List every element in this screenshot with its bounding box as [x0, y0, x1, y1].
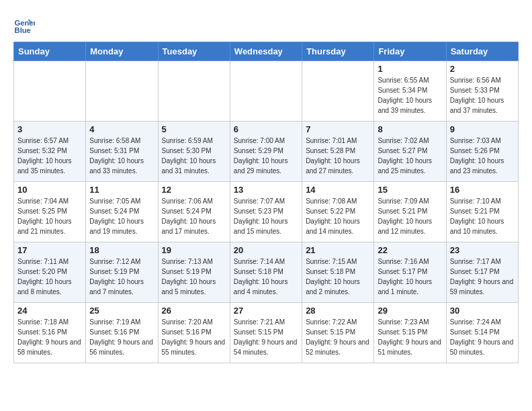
day-number: 17: [17, 245, 82, 255]
day-info: Sunrise: 7:02 AM Sunset: 5:27 PM Dayligh…: [378, 136, 442, 176]
calendar-cell: 20Sunrise: 7:14 AM Sunset: 5:18 PM Dayli…: [230, 242, 302, 303]
day-number: 29: [378, 306, 442, 316]
logo: General Blue: [13, 13, 38, 35]
weekday-header-tuesday: Tuesday: [158, 42, 230, 61]
day-number: 4: [89, 124, 154, 134]
day-number: 10: [17, 185, 82, 195]
calendar-cell: 6Sunrise: 7:00 AM Sunset: 5:29 PM Daylig…: [230, 122, 302, 182]
calendar-cell: 10Sunrise: 7:04 AM Sunset: 5:25 PM Dayli…: [14, 182, 86, 242]
day-info: Sunrise: 7:23 AM Sunset: 5:15 PM Dayligh…: [378, 317, 442, 357]
day-info: Sunrise: 7:13 AM Sunset: 5:19 PM Dayligh…: [162, 257, 226, 297]
day-info: Sunrise: 7:05 AM Sunset: 5:24 PM Dayligh…: [89, 196, 154, 236]
day-number: 2: [450, 64, 515, 74]
day-info: Sunrise: 6:55 AM Sunset: 5:34 PM Dayligh…: [378, 75, 442, 116]
day-info: Sunrise: 6:59 AM Sunset: 5:30 PM Dayligh…: [162, 136, 226, 176]
day-number: 5: [162, 124, 226, 134]
calendar-cell: 11Sunrise: 7:05 AM Sunset: 5:24 PM Dayli…: [86, 182, 158, 242]
calendar-cell: 3Sunrise: 6:57 AM Sunset: 5:32 PM Daylig…: [14, 122, 86, 182]
calendar-cell: 29Sunrise: 7:23 AM Sunset: 5:15 PM Dayli…: [374, 303, 446, 363]
header: General Blue: [13, 13, 519, 35]
calendar-cell: 15Sunrise: 7:09 AM Sunset: 5:21 PM Dayli…: [374, 182, 446, 242]
day-number: 26: [162, 306, 226, 316]
week-row-3: 10Sunrise: 7:04 AM Sunset: 5:25 PM Dayli…: [14, 182, 519, 242]
calendar-cell: 2Sunrise: 6:56 AM Sunset: 5:33 PM Daylig…: [446, 61, 518, 122]
calendar-cell: 17Sunrise: 7:11 AM Sunset: 5:20 PM Dayli…: [14, 242, 86, 303]
day-number: 27: [234, 306, 298, 316]
day-info: Sunrise: 7:17 AM Sunset: 5:17 PM Dayligh…: [450, 257, 515, 297]
calendar-cell: 12Sunrise: 7:06 AM Sunset: 5:24 PM Dayli…: [158, 182, 230, 242]
day-number: 13: [234, 185, 298, 195]
day-info: Sunrise: 7:07 AM Sunset: 5:23 PM Dayligh…: [234, 196, 298, 236]
calendar-cell: 9Sunrise: 7:03 AM Sunset: 5:26 PM Daylig…: [446, 122, 518, 182]
weekday-header-saturday: Saturday: [446, 42, 518, 61]
calendar-cell: 13Sunrise: 7:07 AM Sunset: 5:23 PM Dayli…: [230, 182, 302, 242]
weekday-header-friday: Friday: [374, 42, 446, 61]
day-info: Sunrise: 7:08 AM Sunset: 5:22 PM Dayligh…: [306, 196, 370, 236]
day-info: Sunrise: 7:10 AM Sunset: 5:21 PM Dayligh…: [450, 196, 515, 236]
day-info: Sunrise: 7:21 AM Sunset: 5:15 PM Dayligh…: [234, 317, 298, 357]
day-number: 30: [450, 306, 515, 316]
day-number: 23: [450, 245, 515, 255]
calendar-table: SundayMondayTuesdayWednesdayThursdayFrid…: [13, 42, 519, 363]
day-number: 9: [450, 124, 515, 134]
day-info: Sunrise: 7:09 AM Sunset: 5:21 PM Dayligh…: [378, 196, 442, 236]
day-number: 24: [17, 306, 82, 316]
day-number: 14: [306, 185, 370, 195]
day-info: Sunrise: 7:20 AM Sunset: 5:16 PM Dayligh…: [162, 317, 226, 357]
week-row-1: 1Sunrise: 6:55 AM Sunset: 5:34 PM Daylig…: [14, 61, 519, 122]
day-info: Sunrise: 7:04 AM Sunset: 5:25 PM Dayligh…: [17, 196, 82, 236]
day-info: Sunrise: 7:18 AM Sunset: 5:16 PM Dayligh…: [17, 317, 82, 357]
calendar-cell: [230, 61, 302, 122]
calendar-cell: 14Sunrise: 7:08 AM Sunset: 5:22 PM Dayli…: [302, 182, 374, 242]
svg-text:Blue: Blue: [15, 26, 31, 34]
day-info: Sunrise: 7:19 AM Sunset: 5:16 PM Dayligh…: [89, 317, 154, 357]
day-info: Sunrise: 7:12 AM Sunset: 5:19 PM Dayligh…: [89, 257, 154, 297]
day-number: 7: [306, 124, 370, 134]
day-number: 3: [17, 124, 82, 134]
day-number: 19: [162, 245, 226, 255]
week-row-5: 24Sunrise: 7:18 AM Sunset: 5:16 PM Dayli…: [14, 303, 519, 363]
calendar-cell: 25Sunrise: 7:19 AM Sunset: 5:16 PM Dayli…: [86, 303, 158, 363]
calendar-cell: 22Sunrise: 7:16 AM Sunset: 5:17 PM Dayli…: [374, 242, 446, 303]
weekday-header-thursday: Thursday: [302, 42, 374, 61]
day-number: 21: [306, 245, 370, 255]
calendar-cell: 30Sunrise: 7:24 AM Sunset: 5:14 PM Dayli…: [446, 303, 518, 363]
day-info: Sunrise: 7:06 AM Sunset: 5:24 PM Dayligh…: [162, 196, 226, 236]
day-number: 16: [450, 185, 515, 195]
day-info: Sunrise: 7:16 AM Sunset: 5:17 PM Dayligh…: [378, 257, 442, 297]
logo-icon: General Blue: [13, 13, 35, 35]
day-info: Sunrise: 7:15 AM Sunset: 5:18 PM Dayligh…: [306, 257, 370, 297]
weekday-header-sunday: Sunday: [14, 42, 86, 61]
day-number: 1: [378, 64, 442, 74]
day-info: Sunrise: 7:22 AM Sunset: 5:15 PM Dayligh…: [306, 317, 370, 357]
day-info: Sunrise: 7:11 AM Sunset: 5:20 PM Dayligh…: [17, 257, 82, 297]
calendar-cell: [302, 61, 374, 122]
weekday-header-monday: Monday: [86, 42, 158, 61]
day-number: 28: [306, 306, 370, 316]
day-info: Sunrise: 7:00 AM Sunset: 5:29 PM Dayligh…: [234, 136, 298, 176]
day-number: 18: [89, 245, 154, 255]
calendar-cell: 21Sunrise: 7:15 AM Sunset: 5:18 PM Dayli…: [302, 242, 374, 303]
calendar-cell: 1Sunrise: 6:55 AM Sunset: 5:34 PM Daylig…: [374, 61, 446, 122]
day-info: Sunrise: 7:14 AM Sunset: 5:18 PM Dayligh…: [234, 257, 298, 297]
calendar-cell: 24Sunrise: 7:18 AM Sunset: 5:16 PM Dayli…: [14, 303, 86, 363]
weekday-header-row: SundayMondayTuesdayWednesdayThursdayFrid…: [14, 42, 519, 61]
day-number: 20: [234, 245, 298, 255]
day-info: Sunrise: 7:24 AM Sunset: 5:14 PM Dayligh…: [450, 317, 515, 357]
day-number: 22: [378, 245, 442, 255]
day-number: 11: [89, 185, 154, 195]
calendar-cell: 7Sunrise: 7:01 AM Sunset: 5:28 PM Daylig…: [302, 122, 374, 182]
calendar-cell: 4Sunrise: 6:58 AM Sunset: 5:31 PM Daylig…: [86, 122, 158, 182]
calendar-cell: 16Sunrise: 7:10 AM Sunset: 5:21 PM Dayli…: [446, 182, 518, 242]
week-row-4: 17Sunrise: 7:11 AM Sunset: 5:20 PM Dayli…: [14, 242, 519, 303]
calendar-cell: 19Sunrise: 7:13 AM Sunset: 5:19 PM Dayli…: [158, 242, 230, 303]
calendar-cell: 23Sunrise: 7:17 AM Sunset: 5:17 PM Dayli…: [446, 242, 518, 303]
calendar-cell: 18Sunrise: 7:12 AM Sunset: 5:19 PM Dayli…: [86, 242, 158, 303]
day-number: 15: [378, 185, 442, 195]
calendar-cell: 5Sunrise: 6:59 AM Sunset: 5:30 PM Daylig…: [158, 122, 230, 182]
day-number: 12: [162, 185, 226, 195]
day-number: 6: [234, 124, 298, 134]
calendar-cell: 28Sunrise: 7:22 AM Sunset: 5:15 PM Dayli…: [302, 303, 374, 363]
day-info: Sunrise: 6:56 AM Sunset: 5:33 PM Dayligh…: [450, 75, 515, 116]
day-number: 25: [89, 306, 154, 316]
